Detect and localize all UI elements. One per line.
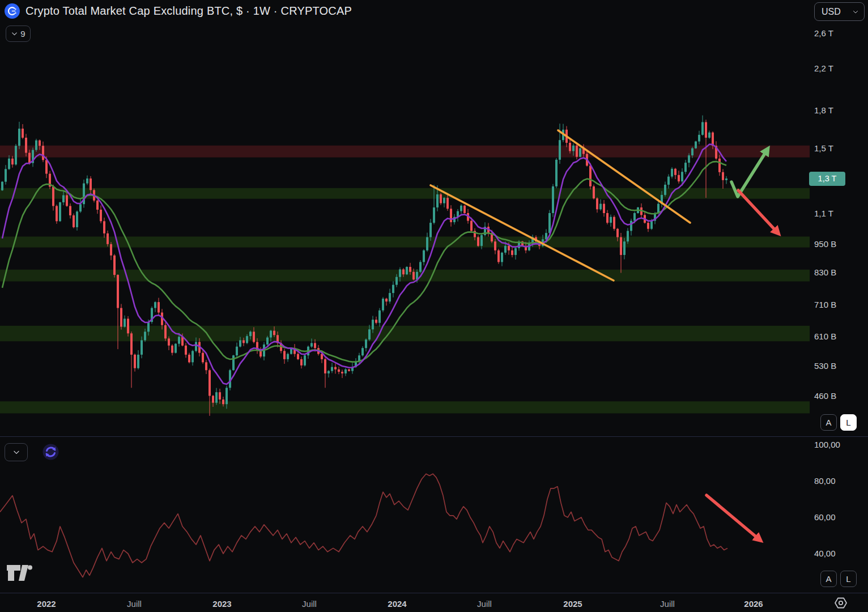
time-axis-label: 2024 xyxy=(388,599,406,609)
price-axis-label: 710 B xyxy=(814,300,836,309)
symbol-title[interactable]: Crypto Total Market Cap Excluding BTC, $… xyxy=(25,5,352,18)
price-axis-label: 1,5 T xyxy=(814,143,833,153)
time-axis-label: Juill xyxy=(477,599,492,609)
cryptocap-logo-icon xyxy=(5,3,20,19)
currency-value: USD xyxy=(822,7,841,17)
settings-gear-icon[interactable] xyxy=(833,596,848,610)
auto-refresh-icon[interactable] xyxy=(41,443,60,461)
time-axis-label: 2022 xyxy=(37,599,56,609)
time-axis-label: 2025 xyxy=(563,599,582,609)
drawn-arrow-down[interactable] xyxy=(707,495,759,539)
rsi-axis-label: 40,00 xyxy=(814,549,836,558)
price-scale-buttons: AL xyxy=(820,414,857,431)
rsi-scale-buttons: AL xyxy=(820,571,857,587)
rsi-axis-label: 100,00 xyxy=(814,440,840,449)
time-axis-label: 2026 xyxy=(744,599,763,609)
pane-divider[interactable] xyxy=(0,436,868,437)
rsi-collapse-button[interactable] xyxy=(5,443,28,461)
currency-dropdown[interactable]: USD xyxy=(814,2,865,21)
rsi-axis-label: 80,00 xyxy=(814,476,836,486)
support-zone xyxy=(0,236,810,247)
trendline[interactable] xyxy=(558,130,690,223)
price-axis-label: 830 B xyxy=(814,267,836,277)
time-axis-label: Juill xyxy=(660,599,675,609)
current-price-badge: 1,3 T xyxy=(809,172,845,186)
candles-layer xyxy=(1,116,727,416)
sr-zones xyxy=(0,146,810,414)
indicator-collapse-button[interactable]: 9 xyxy=(6,26,31,42)
chevron-down-icon xyxy=(12,448,20,456)
auto-scale-button[interactable]: A xyxy=(820,414,837,431)
trendline[interactable] xyxy=(431,185,614,280)
chevron-down-icon xyxy=(852,8,859,15)
ma-fast-line xyxy=(2,144,726,384)
price-axis-label: 2,6 T xyxy=(814,28,833,38)
time-axis-divider xyxy=(0,593,868,593)
price-axis-label: 610 B xyxy=(814,332,836,341)
time-axis-label: 2023 xyxy=(212,599,231,609)
tradingview-watermark-logo xyxy=(6,564,35,583)
price-axis-label: 1,8 T xyxy=(814,105,833,115)
price-axis-label: 460 B xyxy=(814,391,836,401)
current-price-value: 1,3 T xyxy=(818,174,837,183)
tradingview-chart-window: Crypto Total Market Cap Excluding BTC, $… xyxy=(0,0,868,612)
time-axis-label: Juill xyxy=(302,599,317,609)
log-scale-button[interactable]: L xyxy=(840,571,857,587)
price-axis-label: 1,1 T xyxy=(814,209,833,218)
rsi-line xyxy=(0,474,727,577)
indicator-badge-count: 9 xyxy=(20,29,25,39)
support-zone xyxy=(0,401,810,413)
rsi-axis-label: 60,00 xyxy=(814,512,836,522)
price-axis-label: 2,2 T xyxy=(814,63,833,73)
price-axis-label: 530 B xyxy=(814,361,836,371)
chevron-down-icon xyxy=(11,30,18,37)
auto-scale-button[interactable]: A xyxy=(820,571,837,587)
time-axis-label: Juill xyxy=(127,599,142,609)
log-scale-button[interactable]: L xyxy=(840,414,857,431)
rsi-pane-canvas[interactable] xyxy=(0,436,868,593)
price-axis-label: 950 B xyxy=(814,239,836,249)
price-chart-canvas[interactable] xyxy=(0,0,868,436)
support-zone xyxy=(0,270,810,282)
